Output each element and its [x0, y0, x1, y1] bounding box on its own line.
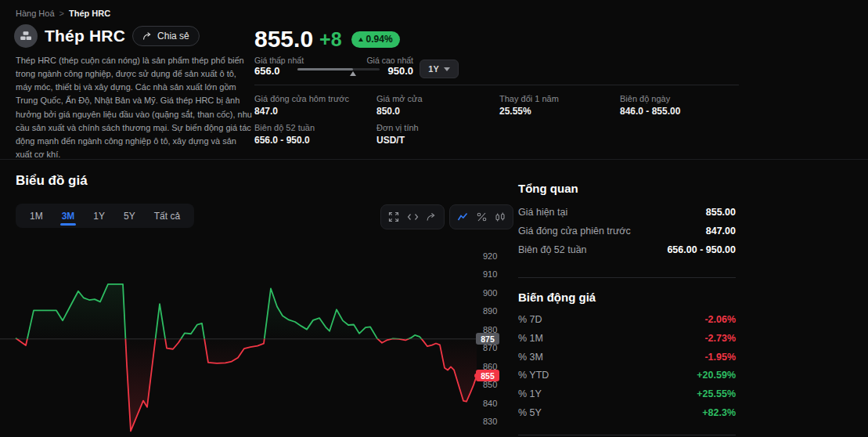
movement-row-label: % 5Y — [518, 407, 542, 418]
stat-label: Giá mở cửa — [376, 94, 423, 103]
stat-item: Đơn vị tínhUSD/T — [376, 123, 419, 146]
high-price-label: Giá cao nhất — [351, 56, 413, 65]
stat-item: Giá mở cửa850.0 — [376, 94, 423, 117]
stat-item: Thay đổi 1 năm25.55% — [499, 94, 559, 117]
stat-label: Thay đổi 1 năm — [499, 94, 559, 103]
range-selector-value: 1Y — [428, 64, 438, 74]
movement-row-value: +25.55% — [697, 388, 736, 399]
chart-toolbar-right — [449, 204, 513, 229]
tab-label: 5Y — [124, 211, 135, 222]
header-divider — [254, 85, 739, 85]
stat-label: Đơn vị tính — [376, 123, 419, 132]
chevron-down-icon — [444, 67, 450, 71]
low-price-box: Giá thấp nhất 656.0 — [254, 56, 304, 77]
y-axis-tick: 900 — [483, 288, 497, 298]
share-arrow-icon — [142, 31, 153, 41]
overview-row: Giá đóng cửa phiên trước847.00 — [518, 226, 736, 237]
overview-row-value: 847.00 — [706, 226, 736, 237]
share-button-label: Chia sẻ — [157, 31, 189, 42]
chart-range-tab-tất-cả[interactable]: Tất cả — [145, 204, 189, 228]
high-price-box: Giá cao nhất 950.0 — [351, 56, 413, 77]
stat-item: Biên độ 52 tuần656.0 - 950.0 — [254, 123, 315, 146]
movement-row-value: +82.3% — [702, 407, 736, 418]
y-axis-tick: 910 — [483, 269, 497, 279]
overview-row: Giá hiện tại855.00 — [518, 207, 736, 218]
range-selector-dropdown[interactable]: 1Y — [420, 60, 459, 78]
movement-row: % 1Y+25.55% — [518, 388, 736, 399]
commodity-page: Hàng Hoá > Thép HRC Thép HRC Chia sẻ Thé… — [0, 0, 868, 437]
overview-row-label: Giá đóng cửa phiên trước — [518, 226, 631, 237]
percent-icon[interactable] — [472, 208, 491, 226]
movement-row-label: % 1M — [518, 333, 543, 344]
chart-range-tab-1m[interactable]: 1M — [20, 204, 52, 228]
chart-range-tab-3m[interactable]: 3M — [52, 204, 85, 228]
high-price-value: 950.0 — [351, 65, 413, 77]
tab-label: 3M — [62, 211, 75, 222]
low-price-label: Giá thấp nhất — [254, 56, 304, 65]
movement-row: % 5Y+82.3% — [518, 407, 736, 418]
y-axis-tick: 920 — [483, 251, 497, 261]
movement-row-label: % YTD — [518, 370, 549, 381]
breadcrumb-current: Thép HRC — [69, 9, 110, 18]
movement-row-label: % 1Y — [518, 388, 542, 399]
embed-code-icon[interactable] — [403, 208, 422, 226]
movement-row-value: -2.73% — [704, 333, 736, 344]
breadcrumb-separator: > — [59, 9, 64, 18]
stat-label: Giá đóng cửa hôm trước — [254, 94, 349, 103]
chart-range-tab-1y[interactable]: 1Y — [84, 204, 114, 228]
overview-row-value: 855.00 — [706, 207, 736, 218]
overview-row-value: 656.00 - 950.00 — [667, 244, 736, 255]
y-axis-tick: 840 — [483, 399, 497, 408]
expand-icon[interactable] — [384, 208, 403, 226]
price-change-badge: 0.94% — [351, 31, 400, 48]
low-price-value: 656.0 — [254, 65, 304, 77]
chart-section-title: Biểu đồ giá — [16, 173, 88, 189]
chart-range-tabs: 1M3M1Y5YTất cả — [16, 204, 194, 228]
movement-row-label: % 7D — [518, 314, 542, 325]
stat-value: USD/T — [376, 135, 419, 146]
stat-value: 847.0 — [254, 106, 349, 117]
movement-heading: Biến động giá — [518, 291, 596, 304]
commodity-icon — [14, 24, 38, 48]
movement-row-value: -1.95% — [704, 352, 736, 363]
price-change: +8 — [319, 28, 342, 51]
line-chart-icon[interactable] — [453, 208, 472, 226]
breadcrumb: Hàng Hoá > Thép HRC — [16, 9, 110, 18]
section-divider — [0, 159, 868, 160]
movement-row: % YTD+20.59% — [518, 370, 736, 381]
stat-label: Biên độ 52 tuần — [254, 123, 315, 132]
movement-row: % 3M-1.95% — [518, 352, 736, 363]
y-axis-tick: 830 — [483, 417, 497, 426]
title-row: Thép HRC Chia sẻ — [14, 24, 200, 48]
movement-row: % 1M-2.73% — [518, 333, 736, 344]
price-line-chart-svg — [0, 239, 479, 437]
page-title: Thép HRC — [45, 27, 125, 45]
share-button[interactable]: Chia sẻ — [132, 26, 200, 46]
chart-range-tab-5y[interactable]: 5Y — [114, 204, 145, 228]
sidebar-divider-1 — [518, 277, 736, 278]
overview-row-label: Biên độ 52 tuần — [518, 244, 587, 255]
overview-row-label: Giá hiện tại — [518, 207, 567, 218]
stat-item: Biên độ ngày846.0 - 855.00 — [620, 94, 680, 117]
share-icon[interactable] — [422, 208, 441, 226]
y-axis-tick: 890 — [483, 306, 497, 316]
commodity-description: Thép HRC (thép cuộn cán nóng) là sản phẩ… — [16, 54, 253, 161]
tab-label: 1Y — [93, 211, 105, 222]
price-change-percent: 0.94% — [366, 34, 393, 45]
price-range-fill — [297, 68, 353, 70]
overview-row: Biên độ 52 tuần656.00 - 950.00 — [518, 244, 736, 255]
stat-value: 846.0 - 855.00 — [620, 106, 680, 117]
movement-row: % 7D-2.06% — [518, 314, 736, 325]
stat-label: Biên độ ngày — [620, 94, 680, 103]
active-tab-underline — [60, 223, 76, 226]
sidebar-divider-2 — [518, 435, 736, 435]
baseline-price-badge: 875 — [476, 333, 499, 345]
current-price: 855.0 — [254, 26, 313, 52]
price-chart[interactable]: 920910900890880870860850840830875855 — [0, 239, 517, 437]
movement-row-value: +20.59% — [697, 370, 736, 381]
tab-label: 1M — [30, 211, 43, 222]
breadcrumb-root[interactable]: Hàng Hoá — [16, 9, 55, 18]
stat-item: Giá đóng cửa hôm trước847.0 — [254, 94, 349, 117]
steel-blocks-icon — [19, 29, 33, 43]
candlestick-icon[interactable] — [491, 208, 510, 226]
